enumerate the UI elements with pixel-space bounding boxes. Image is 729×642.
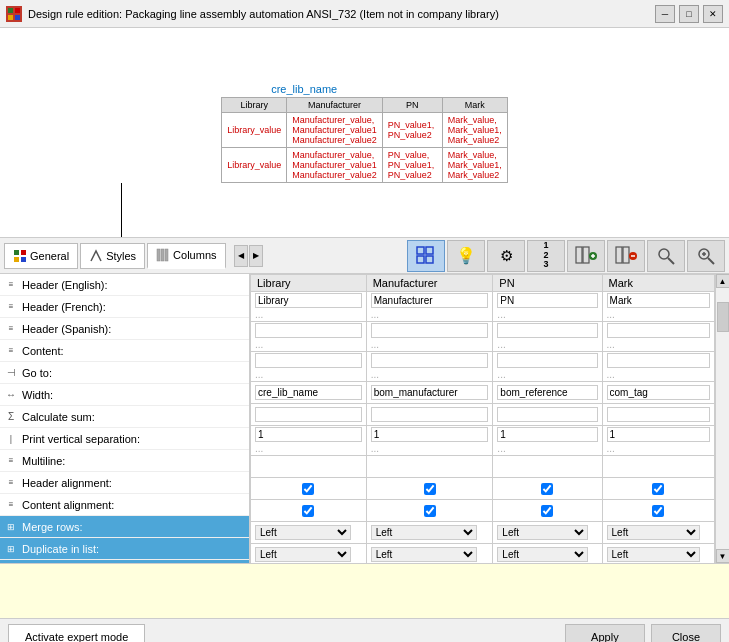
header-align-pn-cell[interactable]: LeftCenterRight [493,522,602,544]
multiline-mark-cell[interactable] [602,500,714,522]
width-manufacturer-cell[interactable]: ... [366,426,493,456]
header-es-pn-cell[interactable]: ... [493,352,602,382]
nav-next-button[interactable]: ▶ [249,245,263,267]
header-align-pn-select[interactable]: LeftCenterRight [497,525,587,540]
goto-pn-cell[interactable] [493,404,602,426]
tab-general[interactable]: General [4,243,78,269]
print-vert-library-cell[interactable] [251,478,367,500]
content-align-library-select[interactable]: LeftCenterRight [255,547,351,562]
content-manufacturer-input[interactable] [371,385,489,400]
header-fr-library-input[interactable] [255,323,362,338]
close-window-button[interactable]: ✕ [703,5,723,23]
print-vert-manufacturer-checkbox[interactable] [424,483,436,495]
header-fr-pn-input[interactable] [497,323,597,338]
tab-columns[interactable]: Columns [147,243,225,269]
header-align-manufacturer-select[interactable]: LeftCenterRight [371,525,477,540]
header-align-library-select[interactable]: LeftCenterRight [255,525,351,540]
multiline-manufacturer-cell[interactable] [366,500,493,522]
multiline-pn-cell[interactable] [493,500,602,522]
header-eng-pn-cell[interactable]: ... [493,292,602,322]
header-fr-manufacturer-input[interactable] [371,323,489,338]
vertical-scrollbar[interactable]: ▲ ▼ [715,274,729,563]
tab-styles[interactable]: Styles [80,243,145,269]
content-library-cell[interactable] [251,382,367,404]
width-pn-cell[interactable]: ... [493,426,602,456]
header-eng-library-cell[interactable]: ... [251,292,367,322]
header-fr-mark-cell[interactable]: ... [602,322,714,352]
goto-mark-cell[interactable] [602,404,714,426]
width-pn-input[interactable] [497,427,597,442]
header-es-library-input[interactable] [255,353,362,368]
print-vert-manufacturer-cell[interactable] [366,478,493,500]
close-button[interactable]: Close [651,624,721,642]
multiline-library-cell[interactable] [251,500,367,522]
width-mark-cell[interactable]: ... [602,426,714,456]
content-mark-cell[interactable] [602,382,714,404]
content-library-input[interactable] [255,385,362,400]
header-fr-mark-input[interactable] [607,323,710,338]
header-es-pn-input[interactable] [497,353,597,368]
delete-column-button[interactable] [607,240,645,272]
header-es-mark-input[interactable] [607,353,710,368]
goto-manufacturer-input[interactable] [371,407,489,422]
width-manufacturer-input[interactable] [371,427,489,442]
content-align-library-cell[interactable]: LeftCenterRight [251,544,367,564]
goto-pn-input[interactable] [497,407,597,422]
content-pn-input[interactable] [497,385,597,400]
goto-mark-input[interactable] [607,407,710,422]
scroll-down-button[interactable]: ▼ [716,549,730,563]
nav-prev-button[interactable]: ◀ [234,245,248,267]
header-align-mark-cell[interactable]: LeftCenterRight [602,522,714,544]
content-align-pn-select[interactable]: LeftCenterRight [497,547,587,562]
width-library-input[interactable] [255,427,362,442]
bulb-button[interactable]: 💡 [447,240,485,272]
content-align-pn-cell[interactable]: LeftCenterRight [493,544,602,564]
content-align-manufacturer-cell[interactable]: LeftCenterRight [366,544,493,564]
header-eng-manufacturer-cell[interactable]: ... [366,292,493,322]
numbers-button[interactable]: 123 [527,240,565,272]
add-column-button[interactable] [567,240,605,272]
multiline-pn-checkbox[interactable] [541,505,553,517]
scroll-thumb[interactable] [717,302,729,332]
print-vert-pn-checkbox[interactable] [541,483,553,495]
content-align-mark-select[interactable]: LeftCenterRight [607,547,700,562]
header-eng-pn-input[interactable] [497,293,597,308]
goto-library-cell[interactable] [251,404,367,426]
zoom-button[interactable] [687,240,725,272]
header-eng-mark-input[interactable] [607,293,710,308]
width-library-cell[interactable]: ... [251,426,367,456]
header-align-manufacturer-cell[interactable]: LeftCenterRight [366,522,493,544]
print-vert-mark-checkbox[interactable] [652,483,664,495]
apply-button[interactable]: Apply [565,624,645,642]
header-align-library-cell[interactable]: LeftCenterRight [251,522,367,544]
content-align-manufacturer-select[interactable]: LeftCenterRight [371,547,477,562]
print-vert-pn-cell[interactable] [493,478,602,500]
header-fr-library-cell[interactable]: ... [251,322,367,352]
multiline-mark-checkbox[interactable] [652,505,664,517]
multiline-manufacturer-checkbox[interactable] [424,505,436,517]
content-align-mark-cell[interactable]: LeftCenterRight [602,544,714,564]
content-mark-input[interactable] [607,385,710,400]
header-fr-pn-cell[interactable]: ... [493,322,602,352]
minimize-button[interactable]: ─ [655,5,675,23]
header-es-manufacturer-cell[interactable]: ... [366,352,493,382]
header-eng-library-input[interactable] [255,293,362,308]
header-eng-mark-cell[interactable]: ... [602,292,714,322]
scroll-up-button[interactable]: ▲ [716,274,730,288]
multiline-library-checkbox[interactable] [302,505,314,517]
print-vert-library-checkbox[interactable] [302,483,314,495]
header-fr-manufacturer-cell[interactable]: ... [366,322,493,352]
grid-view-button[interactable] [407,240,445,272]
header-align-mark-select[interactable]: LeftCenterRight [607,525,700,540]
header-eng-manufacturer-input[interactable] [371,293,489,308]
width-mark-input[interactable] [607,427,710,442]
header-es-mark-cell[interactable]: ... [602,352,714,382]
settings-button[interactable]: ⚙ [487,240,525,272]
goto-manufacturer-cell[interactable] [366,404,493,426]
header-es-library-cell[interactable]: ... [251,352,367,382]
header-es-manufacturer-input[interactable] [371,353,489,368]
content-pn-cell[interactable] [493,382,602,404]
content-manufacturer-cell[interactable] [366,382,493,404]
goto-library-input[interactable] [255,407,362,422]
print-vert-mark-cell[interactable] [602,478,714,500]
